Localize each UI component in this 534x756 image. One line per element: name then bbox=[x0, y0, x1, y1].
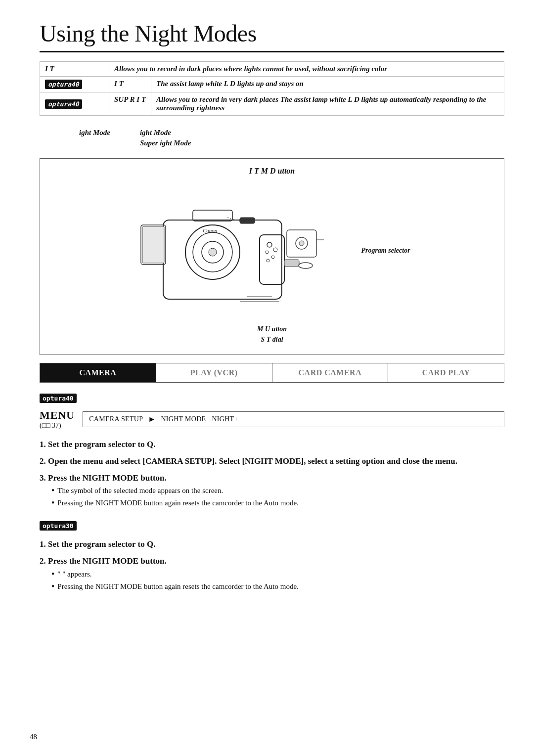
tab-camera[interactable]: CAMERA bbox=[40, 363, 156, 382]
svg-point-12 bbox=[266, 251, 268, 254]
menu-ref: (□□ 37) bbox=[40, 422, 75, 430]
row2-badge-cell: optura40 bbox=[40, 77, 109, 92]
step-30-2: 2. Press the NIGHT MODE button. bbox=[40, 555, 504, 567]
optura40-badge-2: optura40 bbox=[45, 99, 82, 109]
tab-card-play[interactable]: CARD PLAY bbox=[388, 363, 504, 382]
bullet-icon-3: • bbox=[51, 570, 54, 578]
svg-point-10 bbox=[267, 242, 272, 247]
menu-label-left: MENU (□□ 37) bbox=[40, 409, 75, 430]
step-40-1: 1. Set the program selector to Q. bbox=[40, 439, 504, 450]
optura30-badge-section: optura30 bbox=[40, 521, 77, 531]
bullet-icon-1: • bbox=[51, 486, 54, 495]
svg-rect-21 bbox=[284, 260, 299, 267]
menu-row: MENU (□□ 37) CAMERA SETUP ► NIGHT MODE N… bbox=[40, 409, 504, 430]
page-title: Using the Night Modes bbox=[40, 20, 504, 47]
svg-text:Canon: Canon bbox=[203, 227, 218, 233]
menu-path: CAMERA SETUP ► NIGHT MODE NIGHT+ bbox=[83, 411, 504, 427]
menu-arrow: ► bbox=[148, 415, 156, 424]
tab-play-vcr[interactable]: PLAY (VCR) bbox=[156, 363, 272, 382]
row3-badge-cell: optura40 bbox=[40, 92, 109, 116]
row3-label: SUP R I T bbox=[109, 92, 151, 116]
bullet-icon-4: • bbox=[51, 582, 54, 591]
diagram-right-labels: Program selector bbox=[361, 244, 410, 257]
menu-path-item1: CAMERA SETUP bbox=[89, 415, 143, 423]
row2-label: I T bbox=[109, 77, 151, 92]
night-label-right: ight Mode Super ight Mode bbox=[140, 128, 191, 148]
menu-path-item3: NIGHT+ bbox=[212, 415, 238, 423]
menu-word: MENU bbox=[40, 409, 75, 422]
steps-optura40: 1. Set the program selector to Q. 2. Ope… bbox=[40, 439, 504, 508]
svg-rect-8 bbox=[142, 226, 164, 263]
diagram-title: I T M D utton bbox=[50, 167, 494, 176]
svg-rect-0 bbox=[163, 220, 282, 299]
row3-desc: Allows you to record in very dark places… bbox=[151, 92, 504, 116]
page-number: 48 bbox=[30, 733, 37, 741]
svg-point-19 bbox=[299, 241, 304, 246]
optura30-section-badge: optura30 bbox=[40, 517, 504, 534]
table-row: optura40 SUP R I T Allows you to record … bbox=[40, 92, 504, 116]
diagram-content: Canon Program selector bbox=[50, 180, 494, 321]
svg-point-22 bbox=[299, 263, 312, 268]
night-mode-labels: ight Mode ight Mode Super ight Mode bbox=[79, 128, 504, 148]
bullet-icon-2: • bbox=[51, 498, 54, 507]
menu-button-label: M U utton bbox=[50, 324, 494, 334]
camera-svg: Canon bbox=[134, 180, 346, 319]
row1-label: I T bbox=[40, 62, 109, 77]
program-selector-label: Program selector bbox=[361, 244, 410, 257]
optura40-section-badge: optura40 bbox=[40, 390, 504, 406]
title-divider bbox=[40, 51, 504, 52]
night-label-left: ight Mode bbox=[79, 128, 110, 148]
substep-40-1: • The symbol of the selected mode appear… bbox=[51, 486, 504, 496]
menu-path-item2: NIGHT MODE bbox=[161, 415, 206, 423]
mode-tabs: CAMERA PLAY (VCR) CARD CAMERA CARD PLAY bbox=[40, 363, 504, 383]
info-table: I T Allows you to record in dark places … bbox=[40, 61, 504, 116]
step-40-3: 3. Press the NIGHT MODE button. bbox=[40, 472, 504, 484]
svg-point-14 bbox=[267, 259, 269, 262]
row2-desc: The assist lamp white L D lights up and … bbox=[151, 77, 504, 92]
table-row: I T Allows you to record in dark places … bbox=[40, 62, 504, 77]
svg-rect-5 bbox=[193, 210, 232, 221]
step-40-2: 2. Open the menu and select [CAMERA SETU… bbox=[40, 455, 504, 467]
substep-40-2: • Pressing the NIGHT MODE button again r… bbox=[51, 498, 504, 508]
optura40-badge-section: optura40 bbox=[40, 394, 77, 403]
camera-illustration: Canon bbox=[134, 180, 346, 321]
step-30-1: 1. Set the program selector to Q. bbox=[40, 538, 504, 550]
set-dial-label: S T dial bbox=[50, 334, 494, 345]
table-row: optura40 I T The assist lamp white L D l… bbox=[40, 77, 504, 92]
svg-point-11 bbox=[273, 248, 277, 252]
svg-rect-9 bbox=[260, 235, 284, 284]
steps-optura30: 1. Set the program selector to Q. 2. Pre… bbox=[40, 538, 504, 592]
svg-rect-6 bbox=[240, 218, 255, 223]
camera-diagram: I T M D utton bbox=[40, 158, 504, 355]
tab-card-camera[interactable]: CARD CAMERA bbox=[272, 363, 389, 382]
svg-point-4 bbox=[209, 248, 217, 256]
optura40-badge-1: optura40 bbox=[45, 80, 82, 89]
svg-point-13 bbox=[271, 256, 274, 259]
substep-30-2: • Pressing the NIGHT MODE button again r… bbox=[51, 581, 504, 592]
diagram-bottom-labels: M U utton S T dial bbox=[50, 324, 494, 345]
substep-30-1: • " " appears. bbox=[51, 569, 504, 579]
row1-desc: Allows you to record in dark places wher… bbox=[109, 62, 504, 77]
